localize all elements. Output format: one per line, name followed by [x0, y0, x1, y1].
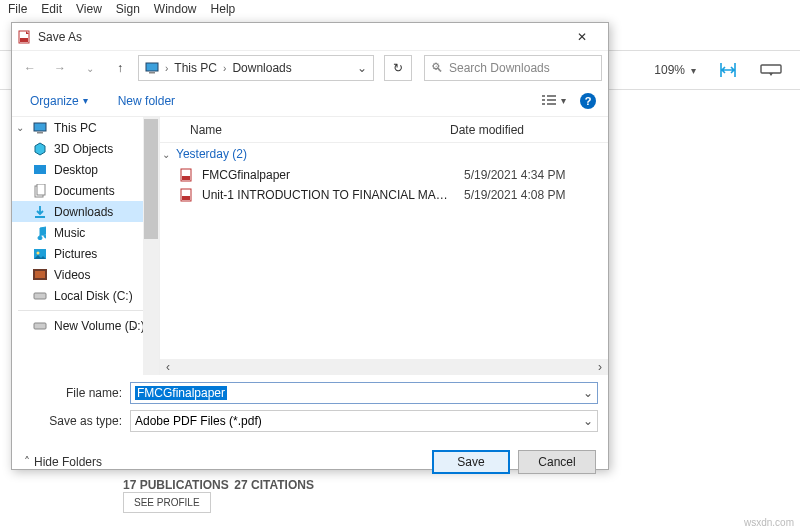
- new-folder-button[interactable]: New folder: [112, 90, 181, 112]
- column-headers[interactable]: Name Date modified: [160, 117, 608, 143]
- view-options-button[interactable]: ▾: [541, 95, 566, 107]
- search-icon: 🔍︎: [431, 61, 443, 75]
- tree-scrollbar[interactable]: [143, 117, 159, 375]
- nav-row: ← → ⌄ ↑ › This PC › Downloads ⌄ ↻ 🔍︎ Sea…: [12, 51, 608, 85]
- chevron-up-icon: ˄: [24, 455, 30, 469]
- tree-item-videos[interactable]: Videos: [12, 264, 159, 285]
- filetype-select[interactable]: Adobe PDF Files (*.pdf) ⌄: [130, 410, 598, 432]
- pdf-icon: [180, 188, 194, 202]
- zoom-control[interactable]: 109%▾: [654, 63, 696, 77]
- svg-rect-2: [20, 38, 28, 42]
- svg-point-11: [37, 251, 40, 254]
- pdf-icon: [180, 168, 194, 182]
- recent-dropdown[interactable]: ⌄: [78, 56, 102, 80]
- scroll-right-button[interactable]: ›: [592, 359, 608, 375]
- dialog-title: Save As: [38, 30, 562, 44]
- pdf-icon: [18, 30, 32, 44]
- menu-view[interactable]: View: [76, 2, 102, 16]
- horizontal-scrollbar[interactable]: ‹ ›: [160, 359, 608, 375]
- menu-edit[interactable]: Edit: [41, 2, 62, 16]
- tree-item-music[interactable]: Music: [12, 222, 159, 243]
- up-button[interactable]: ↑: [108, 56, 132, 80]
- breadcrumb-dropdown[interactable]: ⌄: [357, 61, 367, 75]
- svg-rect-14: [34, 293, 46, 299]
- help-button[interactable]: ?: [580, 93, 596, 109]
- disk-icon: [32, 289, 48, 303]
- svg-rect-15: [34, 323, 46, 329]
- close-button[interactable]: ✕: [562, 23, 602, 51]
- col-name: Name: [190, 123, 450, 137]
- filename-input[interactable]: FMCGfinalpaper ⌄: [130, 382, 598, 404]
- svg-rect-5: [34, 123, 46, 131]
- svg-rect-9: [37, 184, 45, 195]
- see-profile-button[interactable]: SEE PROFILE: [123, 492, 211, 513]
- scroll-left-button[interactable]: ‹: [160, 359, 176, 375]
- file-row[interactable]: FMCGfinalpaper 5/19/2021 4:34 PM: [160, 165, 608, 185]
- svg-rect-6: [37, 132, 43, 134]
- chevron-right-icon: ›: [223, 63, 226, 74]
- back-button[interactable]: ←: [18, 56, 42, 80]
- documents-icon: [32, 184, 48, 198]
- refresh-button[interactable]: ↻: [384, 55, 412, 81]
- desktop-icon: [32, 163, 48, 177]
- forward-button: →: [48, 56, 72, 80]
- fit-width-icon[interactable]: [718, 61, 738, 79]
- watermark: wsxdn.com: [744, 517, 794, 528]
- breadcrumb-root[interactable]: This PC: [174, 61, 217, 75]
- download-icon: [32, 205, 48, 219]
- overflow-icon[interactable]: [760, 63, 782, 77]
- videos-icon: [32, 268, 48, 282]
- organize-button[interactable]: Organize▾: [24, 90, 94, 112]
- breadcrumb[interactable]: › This PC › Downloads ⌄: [138, 55, 374, 81]
- svg-rect-3: [146, 63, 158, 71]
- save-fields: File name: FMCGfinalpaper ⌄ Save as type…: [12, 375, 608, 441]
- list-view-icon: [541, 95, 557, 107]
- menu-sign[interactable]: Sign: [116, 2, 140, 16]
- pc-icon: [145, 62, 159, 74]
- tree-item-local-disk[interactable]: Local Disk (C:): [12, 285, 159, 306]
- filetype-label: Save as type:: [22, 414, 130, 428]
- menu-window[interactable]: Window: [154, 2, 197, 16]
- file-row[interactable]: Unit-1 INTRODUCTION TO FINANCIAL MANAG..…: [160, 185, 608, 205]
- svg-rect-19: [182, 196, 190, 200]
- dialog-toolbar: Organize▾ New folder ▾ ?: [12, 85, 608, 117]
- save-as-dialog: Save As ✕ ← → ⌄ ↑ › This PC › Downloads …: [11, 22, 609, 470]
- save-button[interactable]: Save: [432, 450, 510, 474]
- filename-label: File name:: [22, 386, 130, 400]
- hide-folders-button[interactable]: ˄Hide Folders: [24, 455, 102, 469]
- app-menubar: File Edit View Sign Window Help: [0, 0, 800, 18]
- menu-help[interactable]: Help: [211, 2, 236, 16]
- svg-rect-7: [34, 165, 46, 174]
- chevron-down-icon: ⌄: [162, 149, 170, 160]
- tree-item-new-volume[interactable]: New Volume (D:): [12, 315, 159, 336]
- menu-file[interactable]: File: [8, 2, 27, 16]
- tree-item-this-pc[interactable]: This PC: [12, 117, 159, 138]
- col-date: Date modified: [450, 123, 608, 137]
- svg-rect-4: [149, 72, 155, 74]
- tree-item-documents[interactable]: Documents: [12, 180, 159, 201]
- cancel-button[interactable]: Cancel: [518, 450, 596, 474]
- file-group-header[interactable]: ⌄ Yesterday (2): [160, 143, 608, 165]
- tree-item-pictures[interactable]: Pictures: [12, 243, 159, 264]
- chevron-down-icon[interactable]: ⌄: [16, 122, 24, 133]
- dialog-body: ⌄ This PC 3D Objects Desktop Documents D…: [12, 117, 608, 375]
- music-icon: [32, 226, 48, 240]
- dialog-titlebar: Save As ✕: [12, 23, 608, 51]
- svg-rect-17: [182, 176, 190, 180]
- tree-item-3d-objects[interactable]: 3D Objects: [12, 138, 159, 159]
- chevron-down-icon[interactable]: ⌄: [583, 414, 593, 428]
- dialog-footer: ˄Hide Folders Save Cancel: [12, 441, 608, 483]
- breadcrumb-folder[interactable]: Downloads: [232, 61, 291, 75]
- svg-rect-0: [761, 65, 781, 73]
- folder-tree: ⌄ This PC 3D Objects Desktop Documents D…: [12, 117, 160, 375]
- file-list-area: Name Date modified ⌄ Yesterday (2) FMCGf…: [160, 117, 608, 375]
- chevron-down-icon[interactable]: ⌄: [583, 386, 593, 400]
- disk-icon: [32, 319, 48, 333]
- chevron-right-icon: ›: [165, 63, 168, 74]
- tree-item-desktop[interactable]: Desktop: [12, 159, 159, 180]
- pc-icon: [32, 121, 48, 135]
- search-input[interactable]: 🔍︎ Search Downloads: [424, 55, 602, 81]
- svg-rect-13: [35, 271, 45, 278]
- tree-item-downloads[interactable]: Downloads: [12, 201, 159, 222]
- search-placeholder: Search Downloads: [449, 61, 550, 75]
